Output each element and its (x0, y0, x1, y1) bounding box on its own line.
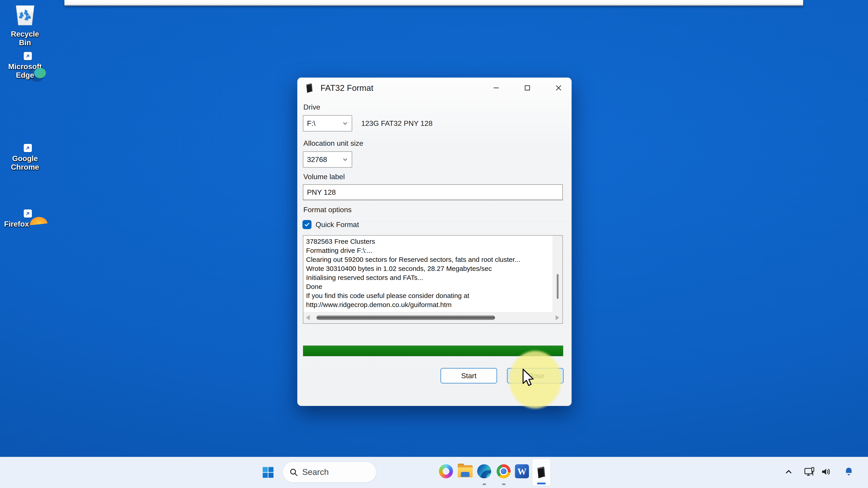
desktop-icon-google-chrome[interactable]: Google Chrome (4, 148, 46, 152)
tray-volume-button[interactable] (819, 465, 833, 478)
background-window-strip (64, 0, 803, 6)
chevron-up-icon (784, 467, 793, 476)
volume-label-value: PNY 128 (307, 188, 336, 197)
drive-select-value: F:\ (307, 119, 315, 128)
shortcut-arrow-icon (24, 144, 32, 152)
quick-format-checkbox[interactable] (303, 220, 311, 229)
fat32-format-app-icon (535, 465, 547, 480)
taskbar-app-file-explorer[interactable] (458, 464, 473, 479)
tray-usb-device-button[interactable] (803, 465, 816, 478)
drive-info-text: 123G FAT32 PNY 128 (361, 115, 432, 131)
fat32-format-app-icon (305, 83, 315, 94)
usb-device-icon (804, 466, 815, 478)
log-line: Done (306, 282, 550, 291)
desktop-icon-label: Recycle Bin (4, 30, 46, 47)
shortcut-arrow-icon (24, 52, 32, 60)
chrome-icon (497, 464, 510, 478)
format-log-box[interactable]: 3782563 Free Clusters Formatting drive F… (303, 235, 563, 324)
log-line: If you find this code useful please cons… (306, 291, 550, 300)
allocation-unit-label: Allocation unit size (303, 139, 363, 148)
taskbar-app-fat32-format[interactable] (532, 459, 551, 486)
format-options-label: Format options (303, 205, 351, 214)
edge-running-indicator (483, 484, 486, 485)
tray-hidden-icons-button[interactable] (782, 465, 795, 478)
search-placeholder: Search (302, 467, 329, 477)
taskbar-app-edge[interactable] (477, 464, 492, 479)
vertical-scrollbar[interactable] (553, 236, 562, 312)
chrome-running-indicator (502, 484, 505, 485)
log-line: Clearing out 59200 sectors for Reserved … (306, 255, 550, 264)
taskbar-app-copilot[interactable] (438, 464, 454, 479)
chevron-down-icon (342, 121, 348, 126)
taskbar: Search W (0, 457, 868, 488)
format-log-text: 3782563 Free Clusters Formatting drive F… (303, 236, 553, 312)
log-line: http://www.ridgecrop.demon.co.uk/guiform… (306, 300, 550, 309)
maximize-button[interactable] (520, 81, 534, 95)
scroll-left-arrow[interactable] (306, 315, 310, 320)
desktop: Recycle Bin Microsoft Edge Google Chrome… (0, 0, 868, 488)
drive-select[interactable]: F:\ (303, 115, 352, 131)
horizontal-scrollbar-thumb[interactable] (316, 315, 495, 320)
active-app-indicator (537, 483, 546, 484)
log-line: Wrote 30310400 bytes in 1.02 seconds, 28… (306, 264, 550, 273)
edge-icon (477, 464, 491, 478)
volume-label-input[interactable]: PNY 128 (303, 184, 563, 200)
search-box[interactable]: Search (283, 462, 376, 483)
recycle-bin-icon (13, 4, 37, 28)
taskbar-app-chrome[interactable] (496, 464, 511, 479)
desktop-icon-firefox[interactable]: Firefox (4, 214, 46, 218)
check-icon (304, 221, 310, 228)
notification-bell-icon (843, 466, 855, 477)
close-window-button[interactable] (552, 81, 565, 95)
word-icon: W (515, 464, 529, 478)
titlebar[interactable]: FAT32 Format (298, 78, 571, 98)
scroll-right-arrow[interactable] (556, 315, 559, 320)
start-button[interactable]: Start (440, 368, 497, 383)
chevron-down-icon (342, 157, 348, 162)
desktop-icon-label: Firefox (4, 220, 29, 228)
desktop-icon-recycle-bin[interactable]: Recycle Bin (4, 4, 46, 28)
click-highlight (509, 351, 561, 409)
vertical-scrollbar-thumb[interactable] (557, 274, 559, 299)
allocation-unit-select[interactable]: 32768 (303, 151, 352, 168)
log-line: Initialising reserved sectors and FATs..… (306, 273, 550, 282)
drive-label: Drive (303, 103, 320, 111)
mouse-cursor (519, 368, 535, 390)
minimize-button[interactable] (489, 81, 503, 95)
speaker-icon (820, 466, 832, 477)
tray-notification-bell-button[interactable] (842, 465, 855, 478)
allocation-unit-value: 32768 (307, 156, 327, 164)
taskbar-app-word[interactable]: W (515, 464, 529, 479)
shortcut-arrow-icon (24, 209, 32, 218)
quick-format-label: Quick Format (315, 220, 359, 229)
log-line: Formatting drive F:\:... (306, 246, 550, 255)
windows-logo-icon (262, 466, 274, 478)
log-line: 3782563 Free Clusters (306, 237, 550, 246)
file-explorer-icon (458, 465, 473, 477)
desktop-icon-microsoft-edge[interactable]: Microsoft Edge (4, 56, 46, 60)
copilot-icon (439, 464, 453, 478)
desktop-icon-label: Google Chrome (4, 154, 46, 171)
horizontal-scrollbar[interactable] (303, 312, 562, 323)
start-button-taskbar[interactable] (259, 463, 277, 482)
window-title: FAT32 Format (320, 84, 373, 93)
volume-label-label: Volume label (303, 173, 345, 181)
search-icon (289, 468, 298, 477)
